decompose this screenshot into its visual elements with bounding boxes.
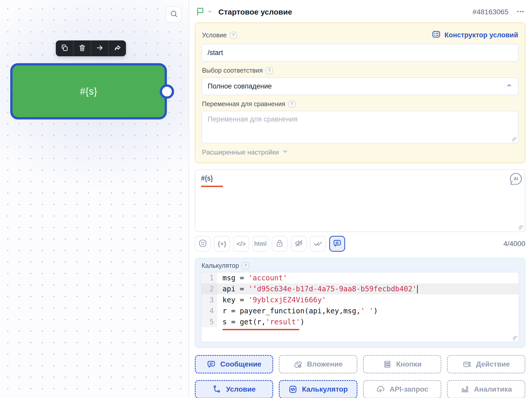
comment-icon (333, 239, 342, 249)
condition-builder-link[interactable]: Конструктор условий (432, 30, 518, 41)
block-buttons-button[interactable]: Кнопки (363, 355, 441, 373)
advanced-settings-label: Расширенные настройки (202, 148, 279, 156)
line-number: 3 (201, 294, 217, 305)
line-number: 2 (201, 283, 217, 294)
goto-node-button[interactable] (91, 40, 108, 56)
flag-icon (195, 7, 205, 17)
char-counter: 4/4000 (503, 240, 525, 248)
calculator-label: Калькулятор (201, 262, 239, 269)
mute-button[interactable] (291, 236, 307, 252)
calculator-code-editor[interactable]: 1msg = 'account'2api = '‘d95c634e-b17d-4… (201, 272, 519, 342)
condition-label: Условие (202, 31, 227, 39)
mute-icon (294, 239, 303, 249)
code-line[interactable]: 4r = payeer_function(api,key,msg,' ') (201, 305, 519, 316)
search-icon (169, 9, 178, 19)
block-label: API-запрос (389, 385, 428, 393)
help-icon[interactable]: ? (230, 32, 237, 39)
double-check-button[interactable] (310, 236, 326, 252)
block-label: Сообщение (220, 360, 261, 368)
share-icon (114, 44, 121, 53)
variable-label: Переменная для сравнения (202, 100, 285, 108)
block-label: Вложение (307, 360, 343, 368)
buttons-icon (383, 360, 392, 369)
condition-builder-label: Конструктор условий (444, 31, 518, 39)
message-editor[interactable]: #{s} AI (195, 169, 525, 232)
lock-button[interactable] (272, 236, 288, 252)
block-label: Аналитика (474, 385, 512, 393)
lock-icon (275, 239, 284, 249)
calculator-icon (288, 385, 297, 394)
start-node-label: #{s} (80, 86, 97, 97)
branch-icon (212, 385, 222, 394)
help-icon[interactable]: ? (242, 262, 249, 269)
block-id: #48163065 (473, 8, 508, 16)
code-button[interactable]: </> (233, 236, 249, 252)
html-button[interactable]: html (252, 236, 268, 252)
spellcheck-underline (222, 329, 299, 330)
block-analytics-button[interactable]: Аналитика (447, 380, 525, 398)
message-text: #{s} (201, 174, 519, 182)
ai-assistant-button[interactable]: AI (510, 173, 522, 185)
help-icon[interactable]: ? (266, 67, 273, 74)
canvas-search-button[interactable] (166, 6, 182, 23)
code-content: msg = 'account' (217, 272, 519, 283)
more-menu-button[interactable] (516, 7, 525, 17)
attachment-icon (293, 360, 303, 369)
condition-input[interactable] (201, 44, 519, 62)
advanced-settings-toggle[interactable]: Расширенные настройки (202, 148, 518, 157)
block-attachment-button[interactable]: Вложение (279, 355, 357, 373)
analytics-icon (460, 385, 470, 394)
block-calculator-button[interactable]: Калькулятор (279, 380, 357, 398)
help-icon[interactable]: ? (288, 101, 295, 108)
block-message-button[interactable]: Сообщение (195, 355, 273, 373)
chevron-down-icon (207, 9, 213, 15)
condition-card: Условие ? Конструктор условий Выбор соот… (195, 23, 525, 163)
comment-button[interactable] (329, 236, 345, 252)
code-content: r = payeer_function(api,key,msg,' ') (217, 305, 519, 316)
code-icon: </> (237, 240, 246, 248)
code-line[interactable]: 3key = '9yblcxjEZ4Vi666y' (201, 294, 519, 305)
block-type-grid: СообщениеВложениеКнопкиДействиеУсловиеКа… (195, 355, 525, 398)
emoji-button[interactable] (195, 236, 211, 252)
code-line[interactable]: 2api = '‘d95c634e-b17d-4a75-9aa8-b59fecb… (201, 283, 519, 294)
resize-handle-icon[interactable] (513, 336, 517, 340)
code-content: key = '9yblcxjEZ4Vi666y' (217, 294, 519, 305)
arrow-right-icon (96, 44, 104, 53)
double-check-icon (313, 239, 323, 249)
block-label: Условие (226, 385, 256, 393)
block-type-selector[interactable] (195, 7, 213, 17)
node-toolbar (56, 40, 126, 56)
emoji-icon (198, 239, 207, 249)
block-label: Действие (476, 360, 510, 368)
resize-handle-icon[interactable] (512, 137, 517, 142)
code-line[interactable]: 1msg = 'account' (201, 272, 519, 283)
block-action-button[interactable]: Действие (447, 355, 525, 373)
editor-panel: Стартовое условие #48163065 Условие ? Ко… (189, 0, 532, 398)
message-toolbar: {+}</>html4/4000 (195, 236, 525, 252)
calculator-card: Калькулятор ? 1msg = 'account'2api = '‘d… (195, 258, 525, 348)
delete-node-button[interactable] (73, 40, 91, 56)
node-output-port[interactable] (160, 84, 174, 99)
code-line[interactable]: 5s = get(r,'result') (201, 316, 519, 327)
code-content: s = get(r,'result') (217, 316, 519, 327)
chevron-down-icon (282, 148, 289, 157)
start-node[interactable]: #{s} (10, 63, 167, 119)
block-api-button[interactable]: API-запрос (363, 380, 441, 398)
insert-variable-icon: {+} (218, 240, 226, 248)
block-condition-button[interactable]: Условие (195, 380, 273, 398)
line-number: 4 (201, 305, 217, 316)
block-label: Калькулятор (302, 385, 348, 393)
trash-icon (78, 44, 86, 53)
copy-node-button[interactable] (56, 40, 73, 56)
copy-icon (61, 44, 68, 53)
flow-canvas[interactable]: #{s} (0, 0, 189, 398)
match-select-value: Полное совпадение (208, 82, 272, 90)
match-select[interactable]: Полное совпадение (201, 77, 519, 95)
variable-input[interactable] (202, 111, 518, 143)
insert-variable-button[interactable]: {+} (214, 236, 230, 252)
block-label: Кнопки (396, 360, 422, 368)
action-icon (462, 360, 472, 369)
share-node-button[interactable] (108, 40, 126, 56)
resize-handle-icon[interactable] (519, 225, 523, 230)
cloud-up-icon (376, 385, 385, 394)
